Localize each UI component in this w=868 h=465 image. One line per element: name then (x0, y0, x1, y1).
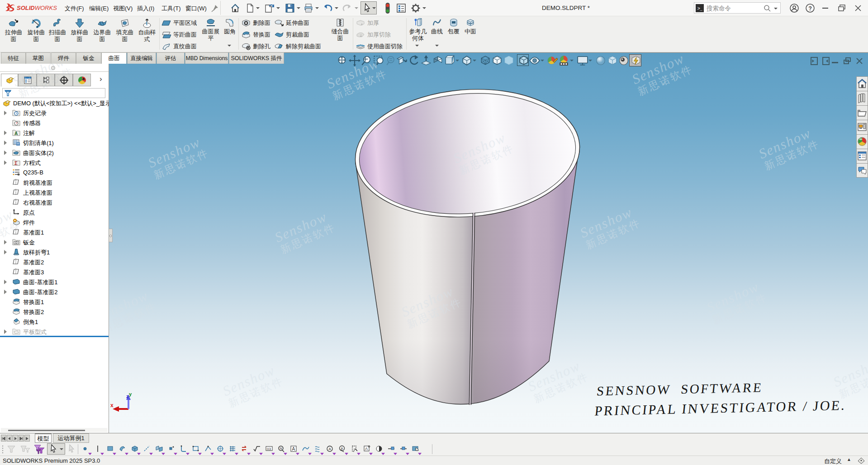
svg-text:A: A (329, 447, 332, 451)
svg-text:A: A (365, 446, 368, 451)
svg-text:03: 03 (267, 447, 271, 451)
svg-text:?: ? (809, 5, 812, 12)
svg-text:y: y (129, 393, 132, 397)
svg-text:Σ: Σ (14, 160, 18, 166)
svg-text:SOLIDWORKS: SOLIDWORKS (17, 5, 57, 11)
svg-text:A: A (14, 131, 18, 136)
svg-text:A: A (292, 446, 295, 451)
svg-text:A: A (341, 447, 343, 450)
svg-text:N: N (280, 447, 282, 450)
svg-text:x: x (110, 402, 114, 409)
